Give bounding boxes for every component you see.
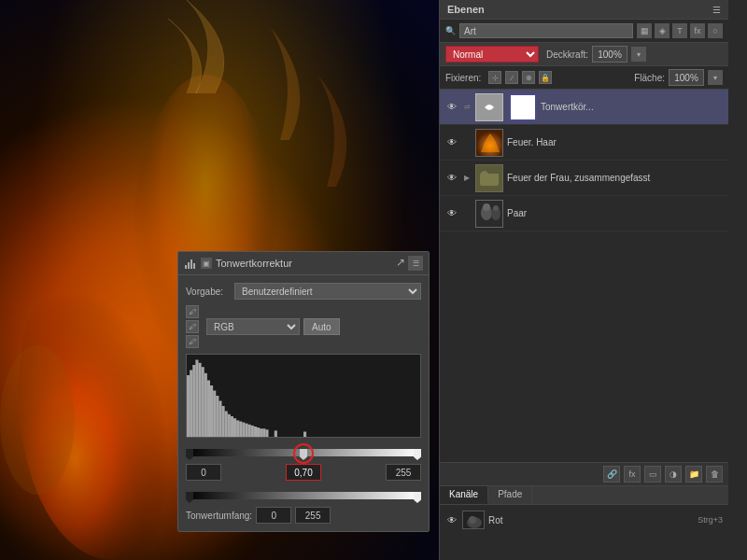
toggle-filter-icon[interactable]: ○ [708,23,723,38]
layer-thumbnail-adjustment [475,93,503,121]
gamma-slider-handle[interactable] [300,449,307,460]
layer-name: Paar [507,208,723,218]
svg-rect-17 [213,391,216,438]
layer-folder-arrow[interactable]: ▶ [462,174,472,183]
white-input[interactable] [386,464,421,481]
fix-move-icon[interactable]: ⊕ [522,71,535,84]
svg-rect-4 [188,262,190,269]
channel-item[interactable]: 👁 Rot Strg+3 [442,507,726,533]
fix-brush-icon[interactable]: ∕ [505,71,518,84]
layer-link-icon[interactable]: ⇌ [462,103,472,112]
ebenen-title: Ebenen [447,4,485,15]
svg-point-43 [483,203,490,211]
thumb-svg [476,129,502,157]
output-white-handle[interactable] [414,492,421,503]
text-filter-icon[interactable]: T [672,23,687,38]
tonwert-label: Tonwertumfang: [186,511,252,521]
gamma-input[interactable] [286,464,321,481]
tab-kanaele[interactable]: Kanäle [440,486,488,504]
svg-rect-35 [265,429,268,437]
auto-button[interactable]: Auto [303,318,340,335]
delete-button[interactable]: 🗑 [706,466,723,483]
channel-select[interactable]: RGB [206,318,300,335]
svg-rect-29 [248,425,251,437]
flaeche-input[interactable] [669,69,704,86]
input-slider-row[interactable] [186,441,421,462]
svg-rect-30 [251,426,254,437]
histogram-container [186,354,421,438]
opacity-dropdown-arrow[interactable]: ▾ [631,47,646,62]
filter-icon[interactable]: ◈ [655,23,669,38]
preset-select[interactable]: Benutzerdefiniert [234,283,421,300]
opacity-input[interactable] [592,46,627,63]
svg-rect-33 [260,428,262,437]
svg-rect-5 [190,259,192,269]
black-point-tool[interactable]: 🖊 [186,305,199,318]
layer-visibility-toggle[interactable]: 👁 [445,136,458,149]
channel-eye[interactable]: 👁 [445,513,458,526]
fix-lock-icon[interactable]: 🔒 [539,71,552,84]
svg-rect-32 [257,427,260,437]
layer-item[interactable]: 👁 ⇌ Tonwertkör... [440,90,728,125]
output-black-handle[interactable] [186,492,193,503]
tab-pfade[interactable]: Pfade [488,486,532,504]
svg-rect-18 [216,396,218,437]
output-white-input[interactable] [295,507,331,524]
midpoint-tool[interactable]: 🖊 [186,320,199,333]
layer-mask-thumb [509,93,537,121]
layer-item[interactable]: 👁 ▶ Feuer der Frau, zusammengefasst [440,161,728,196]
channel-row: 🖊 🖊 🖊 RGB Auto [186,305,421,348]
properties-title-left: ▣ Tonwertkorrektur [184,258,292,269]
mask-button[interactable]: ▭ [644,466,661,483]
blend-mode-row: Normal Deckkraft: ▾ [440,43,728,66]
paar-thumb-svg [476,200,502,228]
channel-shortcut: Strg+3 [698,515,723,525]
flaeche-label: Fläche: [634,73,665,83]
tonwert-row: Tonwertumfang: [186,507,421,524]
properties-controls: ↗ ☰ [396,256,423,271]
input-tools: 🖊 🖊 🖊 [186,305,199,348]
right-panel: Ebenen ☰ 🔍 ▦ ◈ T fx ○ Normal Deckkraft: … [439,0,728,560]
layer-thumbnail-folder [475,164,503,192]
svg-rect-15 [207,381,210,438]
link-layers-button[interactable]: 🔗 [603,466,620,483]
search-input[interactable] [459,23,633,38]
layer-item[interactable]: 👁 Feuer. Haar [440,125,728,161]
fx-button[interactable]: fx [624,466,641,483]
svg-rect-9 [190,371,192,438]
output-black-input[interactable] [256,507,291,524]
layer-visibility-toggle[interactable]: 👁 [445,207,458,220]
layer-item[interactable]: 👁 Paar [440,196,728,231]
black-input[interactable] [186,464,221,481]
channels-list: 👁 Rot Strg+3 [440,505,728,535]
svg-rect-28 [246,424,248,437]
effect-filter-icon[interactable]: fx [690,23,705,38]
fixieren-row: Fixieren: ⊹ ∕ ⊕ 🔒 Fläche: ▾ [440,66,728,90]
fix-position-icon[interactable]: ⊹ [488,71,501,84]
ebenen-menu-icon[interactable]: ☰ [712,5,721,15]
white-slider-handle[interactable] [414,449,421,460]
adjustment-button[interactable]: ◑ [665,466,682,483]
output-slider-row[interactable] [186,484,421,505]
layer-visibility-toggle[interactable]: 👁 [445,101,458,114]
svg-rect-23 [231,416,233,437]
folder-button[interactable]: 📁 [685,466,702,483]
folder-svg [480,171,499,186]
search-bar: 🔍 ▦ ◈ T fx ○ [440,20,728,43]
black-slider-handle[interactable] [186,449,193,460]
svg-point-47 [469,516,476,524]
flaeche-dropdown-arrow[interactable]: ▾ [708,70,723,85]
layer-visibility-toggle[interactable]: 👁 [445,172,458,185]
search-filter-icon: 🔍 [445,26,456,35]
layer-type-icon[interactable]: ▦ [637,23,652,38]
svg-rect-12 [199,363,202,437]
blend-mode-select[interactable]: Normal [445,46,539,63]
properties-menu-icon[interactable]: ☰ [408,256,423,271]
properties-titlebar: ▣ Tonwertkorrektur ↗ ☰ [178,252,429,275]
layer-name: Tonwertkör... [541,102,723,112]
ebenen-header: Ebenen ☰ [440,0,728,20]
svg-rect-25 [236,420,239,437]
svg-rect-16 [210,385,213,437]
fixieren-label: Fixieren: [445,73,481,83]
white-point-tool[interactable]: 🖊 [186,335,199,348]
